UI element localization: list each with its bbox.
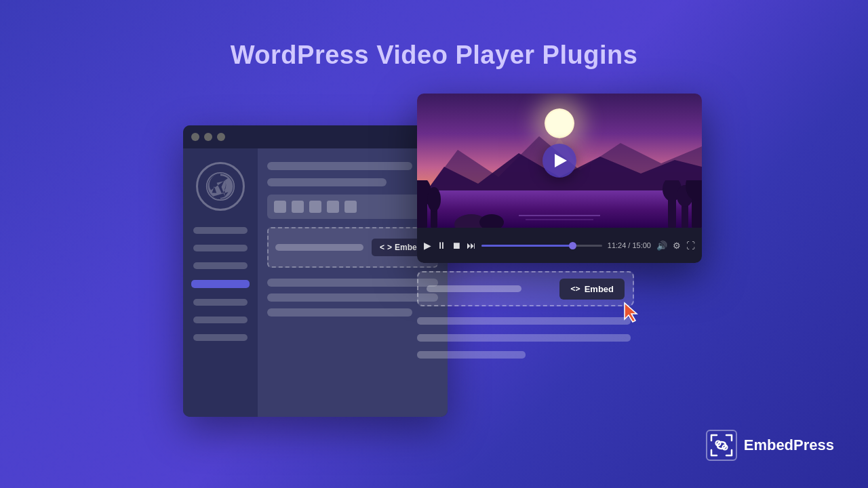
foreground-svg — [417, 180, 702, 228]
content-line-1 — [267, 279, 438, 287]
volume-btn[interactable]: 🔊 — [656, 241, 667, 251]
embed-area: <> Embed — [417, 271, 634, 306]
embed-code-label: Embed — [585, 284, 614, 294]
wp-dashboard-mockup: < > Embed — [183, 125, 448, 417]
toolbar-icon-link — [274, 201, 286, 213]
below-content-line-2 — [417, 334, 631, 342]
svg-point-7 — [427, 187, 441, 211]
wp-logo — [196, 162, 245, 211]
ep-icon-svg — [707, 431, 736, 460]
nav-item-5 — [193, 299, 248, 306]
toolbar-icon-grid — [292, 201, 304, 213]
toolbar-icon-edit — [344, 201, 357, 213]
video-player: ▶ ⏸ ⏹ ⏭ 11:24 / 15:00 🔊 ⚙ ⛶ — [417, 94, 702, 263]
below-content-line-3 — [417, 351, 526, 359]
wp-sidebar — [183, 148, 258, 417]
nav-item-active — [191, 280, 250, 288]
stop-control-btn[interactable]: ⏹ — [452, 240, 461, 251]
next-control-btn[interactable]: ⏭ — [467, 240, 476, 251]
embed-input-mock-small — [275, 244, 363, 251]
progress-bar[interactable] — [481, 245, 602, 247]
play-icon — [555, 154, 567, 167]
window-dot-green — [217, 133, 225, 141]
time-display: 11:24 / 15:00 — [608, 241, 651, 249]
video-controls-bar: ▶ ⏸ ⏹ ⏭ 11:24 / 15:00 🔊 ⚙ ⛶ — [417, 228, 702, 263]
play-control-btn[interactable]: ▶ — [424, 240, 431, 251]
nav-item-6 — [193, 317, 248, 323]
progress-fill — [481, 245, 573, 247]
wp-editor-toolbar — [267, 195, 438, 219]
embed-code-icon: <> — [570, 284, 580, 293]
embedpress-brand-name: EmbedPress — [744, 436, 834, 454]
nav-item-1 — [193, 227, 248, 234]
embed-url-input-mock — [427, 285, 521, 292]
content-line-2 — [267, 293, 438, 302]
play-button[interactable] — [542, 144, 576, 178]
content-line-3 — [267, 308, 412, 317]
window-dot-red — [191, 133, 199, 141]
wp-content-lines — [267, 279, 438, 317]
nav-item-2 — [193, 245, 248, 251]
toolbar-icon-undo — [309, 201, 321, 213]
progress-thumb — [569, 242, 576, 249]
wp-body: < > Embed — [183, 148, 448, 417]
code-open-icon: < — [380, 243, 384, 252]
below-content-line-1 — [417, 317, 631, 325]
page-title: WordPress Video Player Plugins — [231, 41, 638, 70]
embed-code-button[interactable]: <> Embed — [559, 279, 625, 300]
settings-btn[interactable]: ⚙ — [673, 241, 681, 251]
window-dot-yellow — [204, 133, 212, 141]
code-close-icon: > — [387, 243, 392, 252]
content-lines-below-embed — [417, 317, 631, 359]
embedpress-logo: EmbedPress — [706, 430, 834, 461]
ep-icon-container — [706, 430, 737, 461]
nav-item-3 — [193, 262, 248, 269]
svg-point-9 — [479, 214, 504, 228]
nav-item-7 — [193, 334, 248, 341]
pause-control-btn[interactable]: ⏸ — [437, 240, 446, 251]
wp-titlebar — [183, 125, 448, 148]
toolbar-icon-minus — [327, 201, 339, 213]
wp-embed-area: < > Embed — [267, 227, 438, 268]
fullscreen-btn[interactable]: ⛶ — [686, 241, 695, 251]
content-bar-1 — [267, 162, 412, 170]
content-bar-2 — [267, 178, 387, 186]
cursor-arrow-icon — [622, 302, 641, 323]
video-scene — [417, 94, 702, 228]
